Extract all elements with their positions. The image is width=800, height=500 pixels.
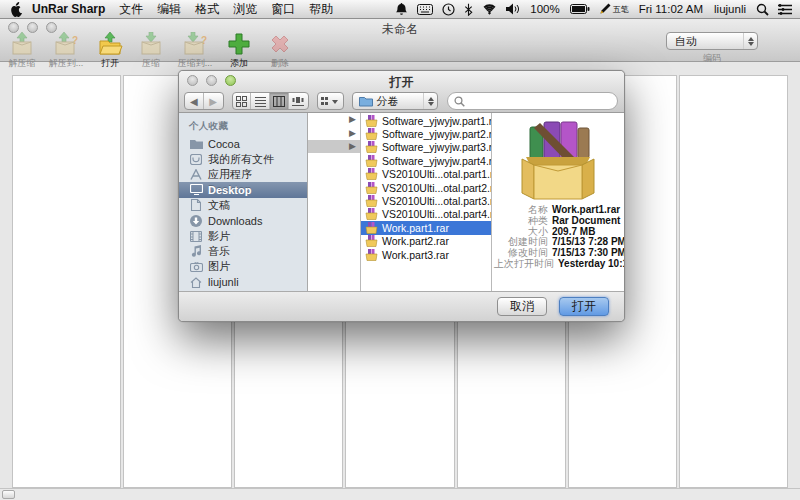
browser-column[interactable]	[12, 75, 121, 488]
menu-format[interactable]: 格式	[195, 1, 219, 18]
rar-file-icon	[365, 128, 378, 140]
coverflow-view-button[interactable]	[289, 93, 308, 109]
encoding-popup-value: 自动	[667, 34, 743, 49]
parent-column: ▶ ▶ ▶	[308, 113, 360, 291]
battery-icon[interactable]	[570, 4, 590, 14]
notification-bell-icon[interactable]	[395, 2, 408, 16]
menu-window[interactable]: 窗口	[271, 1, 295, 18]
sidebar-item-music[interactable]: 音乐	[179, 244, 307, 259]
sidebar-item-all-my-files[interactable]: 我的所有文件	[179, 151, 307, 166]
compress-to-button[interactable]: ? 压缩到...	[172, 32, 218, 70]
disclosure-arrow-icon: ▶	[349, 142, 356, 151]
delete-button[interactable]: 删除	[260, 32, 300, 70]
search-field[interactable]	[447, 92, 618, 110]
music-icon	[189, 245, 203, 258]
menu-help[interactable]: 帮助	[309, 1, 333, 18]
parent-folder-row[interactable]: ▶	[308, 113, 360, 126]
info-label: 种类	[492, 216, 548, 226]
applications-icon	[189, 168, 203, 181]
location-popup-value: 分卷	[373, 94, 423, 109]
sidebar-item-downloads[interactable]: Downloads	[179, 213, 307, 228]
sidebar-item-applications[interactable]: 应用程序	[179, 167, 307, 182]
rar-file-icon	[365, 115, 378, 127]
add-button[interactable]: 添加	[219, 32, 259, 70]
menu-file[interactable]: 文件	[119, 1, 143, 18]
sidebar-item-home[interactable]: liujunli	[179, 275, 307, 290]
horizontal-scrollbar[interactable]	[0, 488, 800, 500]
info-value: Yesterday 10:17 PM	[558, 259, 624, 269]
file-list-column: Software_yjwyjw.part1.rar Software_yjwyj…	[361, 113, 491, 291]
sidebar-item-documents[interactable]: 文稿	[179, 198, 307, 213]
extract-to-icon: ?	[53, 32, 79, 56]
scrollbar-thumb[interactable]	[2, 490, 15, 499]
browser-column[interactable]	[679, 75, 788, 488]
cancel-button[interactable]: 取消	[497, 297, 547, 316]
menu-clock[interactable]: Fri 11:02 AM	[638, 3, 704, 15]
extract-to-button[interactable]: ? 解压到...	[43, 32, 89, 70]
time-machine-icon[interactable]	[442, 3, 455, 16]
sidebar-item-movies[interactable]: 影片	[179, 228, 307, 243]
volume-icon[interactable]	[506, 3, 520, 15]
window-titlebar[interactable]: 未命名 解压缩 ? 解压到... 打开	[0, 19, 800, 62]
preview-column: 名称 Work.part1.rar 种类 Rar Document 大小 209…	[492, 113, 624, 291]
file-row[interactable]: Work.part2.rar	[361, 235, 491, 248]
back-button[interactable]: ◀	[185, 93, 204, 109]
icon-view-button[interactable]	[233, 93, 252, 109]
file-row[interactable]: Software_yjwyjw.part1.rar	[361, 114, 491, 127]
notification-center-icon[interactable]	[778, 4, 792, 15]
file-row[interactable]: VS2010Ulti...otal.part1.rar	[361, 168, 491, 181]
file-row-selected[interactable]: Work.part1.rar	[361, 221, 491, 234]
info-label: 上次打开时间	[492, 259, 554, 269]
arrange-button-group	[317, 92, 344, 110]
bluetooth-icon[interactable]	[464, 3, 473, 16]
column-view-button[interactable]	[270, 93, 289, 109]
sidebar-item-desktop[interactable]: Desktop	[179, 182, 307, 197]
extract-button[interactable]: 解压缩	[2, 32, 42, 70]
open-confirm-button[interactable]: 打开	[559, 297, 609, 316]
view-mode-buttons	[232, 92, 309, 110]
file-row[interactable]: Software_yjwyjw.part4.rar	[361, 154, 491, 167]
keyboard-icon[interactable]	[417, 4, 433, 15]
parent-folder-row-selected[interactable]: ▶	[308, 140, 360, 153]
rar-file-icon	[365, 235, 378, 247]
list-view-button[interactable]	[251, 93, 270, 109]
file-row[interactable]: VS2010Ulti...otal.part3.rar	[361, 194, 491, 207]
rar-archive-preview-icon	[516, 119, 600, 201]
menu-edit[interactable]: 编辑	[157, 1, 181, 18]
spotlight-search-icon[interactable]	[756, 3, 769, 16]
popup-stepper-icon	[423, 93, 437, 109]
input-method-indicator[interactable]: 五笔	[599, 3, 629, 15]
file-row[interactable]: VS2010Ulti...otal.part2.rar	[361, 181, 491, 194]
home-icon	[189, 276, 203, 289]
sidebar-item-cocoa[interactable]: Cocoa	[179, 136, 307, 151]
menu-view[interactable]: 浏览	[233, 1, 257, 18]
compress-button[interactable]: 压缩	[131, 32, 171, 70]
info-row: 名称 Work.part1.rar	[492, 205, 622, 215]
apple-menu-icon[interactable]	[10, 2, 23, 17]
info-label: 修改时间	[492, 248, 548, 258]
encoding-popup[interactable]: 自动	[666, 32, 758, 50]
battery-percent[interactable]: 100%	[529, 3, 560, 15]
dialog-footer: 取消 打开	[179, 291, 624, 321]
popup-stepper-icon	[743, 33, 757, 49]
file-row[interactable]: Software_yjwyjw.part3.rar	[361, 141, 491, 154]
parent-folder-row[interactable]: ▶	[308, 126, 360, 139]
file-row[interactable]: Work.part3.rar	[361, 248, 491, 261]
dialog-titlebar[interactable]: 打开 ◀ ▶	[179, 71, 624, 113]
input-method-label: 五笔	[613, 4, 629, 15]
location-popup[interactable]: 分卷	[352, 92, 438, 110]
file-row[interactable]: Software_yjwyjw.part2.rar	[361, 127, 491, 140]
menu-user[interactable]: liujunli	[713, 3, 747, 15]
wifi-icon[interactable]	[482, 4, 497, 15]
forward-button[interactable]: ▶	[204, 93, 223, 109]
sidebar-item-pictures[interactable]: 图片	[179, 259, 307, 274]
app-menu-title[interactable]: UnRar Sharp	[32, 2, 105, 16]
open-button[interactable]: 打开	[90, 32, 130, 70]
info-value: 7/15/13 7:28 PM	[552, 237, 624, 247]
arrange-button[interactable]	[318, 93, 343, 109]
sidebar-section-label: 个人收藏	[179, 118, 307, 136]
dialog-toolbar: ◀ ▶	[184, 92, 618, 110]
file-row[interactable]: VS2010Ulti...otal.part4.rar	[361, 208, 491, 221]
search-input[interactable]	[469, 95, 611, 107]
open-folder-icon	[97, 32, 123, 56]
